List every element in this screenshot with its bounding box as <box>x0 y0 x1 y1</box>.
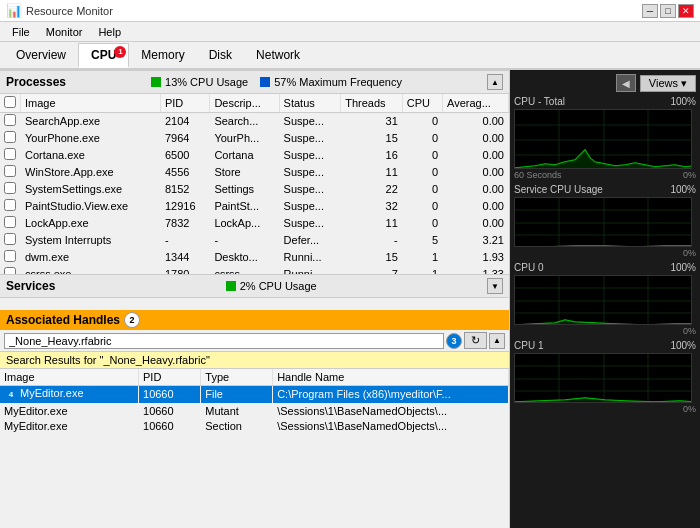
services-status: 2% CPU Usage <box>226 280 317 292</box>
row-checkbox[interactable] <box>4 267 16 274</box>
graph-service-label: Service CPU Usage <box>514 184 603 195</box>
cell-checkbox[interactable] <box>0 232 21 249</box>
handles-search-button[interactable]: ↻ <box>464 332 487 349</box>
tab-network[interactable]: Network <box>244 44 312 66</box>
handles-table-header: Image PID Type Handle Name <box>0 369 509 386</box>
cell-h-type: Section <box>201 418 273 433</box>
views-button[interactable]: Views ▾ <box>640 75 696 92</box>
th-h-handle[interactable]: Handle Name <box>273 369 509 386</box>
menu-monitor[interactable]: Monitor <box>38 24 91 40</box>
handles-section: Associated Handles 2 3 ↻ ▲ Search Result… <box>0 310 509 528</box>
table-row[interactable]: dwm.exe 1344 Deskto... Runni... 15 1 1.9… <box>0 249 509 266</box>
table-row[interactable]: Cortana.exe 6500 Cortana Suspe... 16 0 0… <box>0 147 509 164</box>
table-row[interactable]: LockApp.exe 7832 LockAp... Suspe... 11 0… <box>0 215 509 232</box>
close-button[interactable]: ✕ <box>678 4 694 18</box>
th-threads[interactable]: Threads <box>341 94 403 113</box>
row-checkbox[interactable] <box>4 233 16 245</box>
cell-checkbox[interactable] <box>0 181 21 198</box>
minimize-button[interactable]: ─ <box>642 4 658 18</box>
table-row[interactable]: SearchApp.exe 2104 Search... Suspe... 31… <box>0 113 509 130</box>
th-checkbox[interactable] <box>0 94 21 113</box>
th-image[interactable]: Image <box>21 94 161 113</box>
cell-h-type: Mutant <box>201 403 273 418</box>
th-h-type[interactable]: Type <box>201 369 273 386</box>
cell-checkbox[interactable] <box>0 164 21 181</box>
graph-cpu-total-labels: CPU - Total 100% <box>514 96 696 107</box>
cell-pid: 7964 <box>160 130 209 147</box>
cell-status: Suspe... <box>279 181 341 198</box>
select-all-checkbox[interactable] <box>4 96 16 108</box>
cell-image: LockApp.exe <box>21 215 161 232</box>
row-checkbox[interactable] <box>4 216 16 228</box>
th-pid[interactable]: PID <box>160 94 209 113</box>
cell-checkbox[interactable] <box>0 113 21 130</box>
services-header: Services 2% CPU Usage ▼ <box>0 274 509 298</box>
graph-service-labels: Service CPU Usage 100% <box>514 184 696 195</box>
maximize-button[interactable]: □ <box>660 4 676 18</box>
graph-cpu1-labels: CPU 1 100% <box>514 340 696 351</box>
cell-desc: Deskto... <box>210 249 279 266</box>
handles-collapse-btn[interactable]: ▲ <box>489 333 505 349</box>
cell-avg: 1.33 <box>443 266 509 275</box>
cell-checkbox[interactable] <box>0 249 21 266</box>
title-bar: 📊 Resource Monitor ─ □ ✕ <box>0 0 700 22</box>
graph-cpu-total-label: CPU - Total <box>514 96 565 107</box>
cell-cpu: 0 <box>402 181 442 198</box>
row-checkbox[interactable] <box>4 131 16 143</box>
table-row[interactable]: YourPhone.exe 7964 YourPh... Suspe... 15… <box>0 130 509 147</box>
processes-collapse-btn[interactable]: ▲ <box>487 74 503 90</box>
cell-pid: 6500 <box>160 147 209 164</box>
services-cpu-text: 2% CPU Usage <box>240 280 317 292</box>
graph-cpu-total-canvas <box>514 109 692 169</box>
handles-search-input[interactable] <box>4 333 444 349</box>
th-status[interactable]: Status <box>279 94 341 113</box>
cell-status: Runni... <box>279 249 341 266</box>
graph-cpu0: CPU 0 100% 0% <box>514 262 696 336</box>
processes-table-container[interactable]: Image PID Descrip... Status Threads CPU … <box>0 94 509 274</box>
row-checkbox[interactable] <box>4 114 16 126</box>
cell-threads: 7 <box>341 266 403 275</box>
cell-checkbox[interactable] <box>0 130 21 147</box>
cell-checkbox[interactable] <box>0 147 21 164</box>
row-checkbox[interactable] <box>4 148 16 160</box>
list-item[interactable]: MyEditor.exe 10660 Mutant \Sessions\1\Ba… <box>0 403 509 418</box>
table-row[interactable]: SystemSettings.exe 8152 Settings Suspe..… <box>0 181 509 198</box>
list-item[interactable]: 4MyEditor.exe 10660 File C:\Program File… <box>0 386 509 404</box>
cell-avg: 0.00 <box>443 147 509 164</box>
tab-overview[interactable]: Overview <box>4 44 78 66</box>
row-checkbox[interactable] <box>4 182 16 194</box>
th-cpu[interactable]: CPU <box>402 94 442 113</box>
cell-threads: 15 <box>341 249 403 266</box>
th-desc[interactable]: Descrip... <box>210 94 279 113</box>
th-h-image[interactable]: Image <box>0 369 139 386</box>
cell-cpu: 1 <box>402 249 442 266</box>
tab-memory[interactable]: Memory <box>129 44 196 66</box>
cell-image: Cortana.exe <box>21 147 161 164</box>
services-collapse-btn[interactable]: ▼ <box>487 278 503 294</box>
row-checkbox[interactable] <box>4 165 16 177</box>
expand-button[interactable]: ◀ <box>616 74 636 92</box>
menu-help[interactable]: Help <box>90 24 129 40</box>
svg-rect-15 <box>515 276 692 325</box>
cell-status: Defer... <box>279 232 341 249</box>
list-item[interactable]: MyEditor.exe 10660 Section \Sessions\1\B… <box>0 418 509 433</box>
th-avg[interactable]: Averag... <box>443 94 509 113</box>
cell-checkbox[interactable] <box>0 215 21 232</box>
cell-checkbox[interactable] <box>0 266 21 275</box>
tab-disk[interactable]: Disk <box>197 44 244 66</box>
handles-table-container[interactable]: Image PID Type Handle Name 4MyEditor.exe… <box>0 369 509 528</box>
cell-h-handle: C:\Program Files (x86)\myeditor\F... <box>273 386 509 404</box>
table-row[interactable]: csrss.exe 1780 csrss... Runni... 7 1 1.3… <box>0 266 509 275</box>
graph-cpu0-labels: CPU 0 100% <box>514 262 696 273</box>
table-row[interactable]: System Interrupts - - Defer... - 5 3.21 <box>0 232 509 249</box>
tab-cpu[interactable]: CPU 1 <box>78 43 129 68</box>
table-row[interactable]: PaintStudio.View.exe 12916 PaintSt... Su… <box>0 198 509 215</box>
menu-file[interactable]: File <box>4 24 38 40</box>
row-checkbox[interactable] <box>4 250 16 262</box>
cell-h-image: MyEditor.exe <box>0 418 139 433</box>
table-row[interactable]: WinStore.App.exe 4556 Store Suspe... 11 … <box>0 164 509 181</box>
cell-pid: 7832 <box>160 215 209 232</box>
th-h-pid[interactable]: PID <box>139 369 201 386</box>
row-checkbox[interactable] <box>4 199 16 211</box>
cell-checkbox[interactable] <box>0 198 21 215</box>
